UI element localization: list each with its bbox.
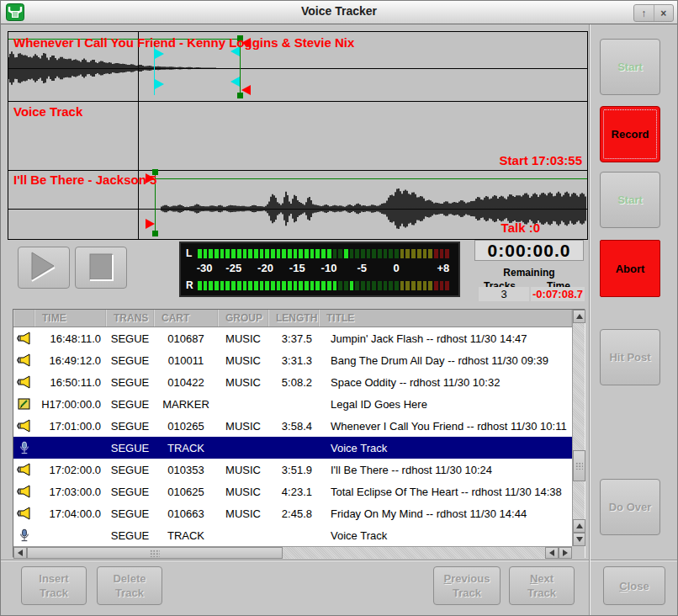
elapsed-time-display: 0:00:00.0 xyxy=(474,240,584,261)
row-trans: SEGUE xyxy=(106,332,154,345)
row-title: Voice Track xyxy=(319,529,572,542)
playlist-row[interactable]: 17:02:00.0SEGUE010353MUSIC3:51.9I'll Be … xyxy=(13,459,572,481)
titlebar: Voice Tracker ↑ × xyxy=(1,1,677,24)
playlist-row[interactable]: 17:04:00.0SEGUE010663MUSIC2:45.8Friday O… xyxy=(13,502,572,524)
col-cart[interactable]: CART xyxy=(154,310,218,327)
row-icon xyxy=(13,463,34,476)
microphone-icon xyxy=(17,441,32,454)
track1-talk-marker-top[interactable] xyxy=(155,49,164,59)
col-title[interactable]: TITLE xyxy=(319,310,572,327)
col-icon[interactable] xyxy=(13,310,34,327)
horizontal-scroll-thumb[interactable] xyxy=(27,547,283,559)
playlist-row[interactable]: SEGUETRACKVoice Track xyxy=(13,437,572,459)
scroll-left-button-2[interactable] xyxy=(545,547,559,559)
speaker-icon xyxy=(17,419,32,433)
hit-post-button[interactable]: Hit Post xyxy=(600,329,660,385)
vertical-scrollbar[interactable] xyxy=(572,310,585,546)
scale-tick: -15 xyxy=(289,262,305,274)
row-title: Voice Track xyxy=(319,442,572,454)
bottom-separator xyxy=(1,560,677,561)
track1-talk-end-bottom[interactable] xyxy=(230,77,240,87)
previous-label-1: Previous xyxy=(444,571,490,586)
scroll-down-button[interactable] xyxy=(573,533,585,546)
row-length: 3:37.5 xyxy=(268,332,319,345)
scroll-up-button[interactable] xyxy=(573,310,585,323)
scrollbar-corner xyxy=(572,546,585,559)
abort-button[interactable]: Abort xyxy=(600,240,660,297)
insert-track-button[interactable]: Insert Track xyxy=(21,566,87,605)
row-group: MUSIC xyxy=(218,486,268,498)
arrow-left-icon xyxy=(549,550,554,556)
close-button[interactable]: Close xyxy=(603,566,665,605)
shade-button[interactable]: ↑ xyxy=(634,5,654,21)
scroll-left-button[interactable] xyxy=(13,547,27,559)
window-controls: ↑ × xyxy=(633,4,674,22)
start1-button[interactable]: Start xyxy=(600,39,660,95)
scroll-up-button-2[interactable] xyxy=(573,519,585,533)
do-over-label: Do Over xyxy=(609,500,652,514)
col-length[interactable]: LENGTH xyxy=(268,310,319,327)
col-time[interactable]: TIME xyxy=(34,310,106,327)
vertical-scroll-thumb[interactable] xyxy=(573,450,585,481)
scale-tick: -5 xyxy=(357,262,367,274)
track1-fade-marker-bottom[interactable] xyxy=(241,85,251,95)
row-icon xyxy=(13,485,34,498)
playlist-row[interactable]: 17:01:00.0SEGUE010265MUSIC3:58.4Whenever… xyxy=(13,415,572,437)
col-group[interactable]: GROUP xyxy=(218,310,268,327)
row-length: 3:51.9 xyxy=(268,464,319,476)
row-icon xyxy=(13,528,34,542)
remaining-label: Remaining xyxy=(470,267,588,279)
start2-label: Start xyxy=(617,193,643,207)
track3-marker-handle-bottom[interactable] xyxy=(152,231,158,236)
do-over-button[interactable]: Do Over xyxy=(600,479,660,535)
row-cart: 010265 xyxy=(154,420,218,433)
record-button[interactable]: Record xyxy=(600,106,660,162)
track3-talk-time: Talk :0 xyxy=(501,220,540,235)
remaining-time-value: -0:07:08.7 xyxy=(531,287,585,301)
row-icon xyxy=(13,353,34,367)
play-button[interactable] xyxy=(18,247,70,289)
delete-track-button[interactable]: Delete Track xyxy=(97,566,162,605)
previous-track-button[interactable]: Previous Track xyxy=(433,566,501,605)
row-cart: 010625 xyxy=(154,486,218,498)
speaker-icon xyxy=(17,463,32,476)
tracks-count: 3 xyxy=(501,288,506,300)
meter-left-segments xyxy=(198,249,451,258)
track3-start-rule xyxy=(155,178,587,179)
track3-title: I'll Be There - Jackson 5 xyxy=(13,173,156,187)
speaker-icon xyxy=(17,375,32,389)
playlist-row[interactable]: 16:50:11.0SEGUE010422MUSIC5:08.2Space Od… xyxy=(13,371,572,393)
row-icon xyxy=(13,332,34,345)
scale-tick: +8 xyxy=(437,262,449,274)
col-trans[interactable]: TRANS xyxy=(106,310,154,327)
playlist-row[interactable]: 16:49:12.0SEGUE010011MUSIC3:31.3Bang The… xyxy=(13,349,572,371)
track1-talk-marker-bottom[interactable] xyxy=(155,79,164,89)
playlist-row[interactable]: SEGUETRACKVoice Track xyxy=(13,524,572,546)
row-cart: 010353 xyxy=(154,464,218,476)
stop-button[interactable] xyxy=(75,247,127,289)
hit-post-label: Hit Post xyxy=(609,350,650,364)
scale-tick: -10 xyxy=(321,262,337,274)
playlist-row[interactable]: H17:00:00.0SEGUEMARKERLegal ID Goes Here xyxy=(13,393,572,415)
horizontal-scrollbar[interactable] xyxy=(13,546,572,559)
speaker-icon xyxy=(17,332,32,345)
next-track-button[interactable]: Next Track xyxy=(509,566,575,605)
track-panes[interactable]: Whenever I Call You Friend - Kenny Loggi… xyxy=(8,31,588,240)
close-window-button[interactable]: × xyxy=(654,5,674,21)
track3-fade-marker-bottom[interactable] xyxy=(146,219,155,229)
scale-tick: -20 xyxy=(257,262,273,274)
row-icon xyxy=(13,375,34,389)
start2-button[interactable]: Start xyxy=(600,172,660,228)
playlist-row[interactable]: 16:48:11.0SEGUE010687MUSIC3:37.5Jumpin' … xyxy=(13,327,572,349)
playlist-row[interactable]: 17:03:00.0SEGUE010625MUSIC4:23.1Total Ec… xyxy=(13,481,572,502)
insert-label-1: Insert xyxy=(39,571,68,586)
row-trans: SEGUE xyxy=(106,464,154,476)
scale-tick: -30 xyxy=(197,262,213,274)
scroll-right-button[interactable] xyxy=(559,547,572,559)
track1-waveform xyxy=(8,51,215,84)
playlist-table: TIME TRANS CART GROUP LENGTH TITLE 16:48… xyxy=(13,309,585,558)
row-cart: TRACK xyxy=(154,442,218,454)
delete-label-2: Track xyxy=(115,586,144,600)
row-length: 3:31.3 xyxy=(268,354,319,367)
row-cart: 010011 xyxy=(154,354,218,367)
